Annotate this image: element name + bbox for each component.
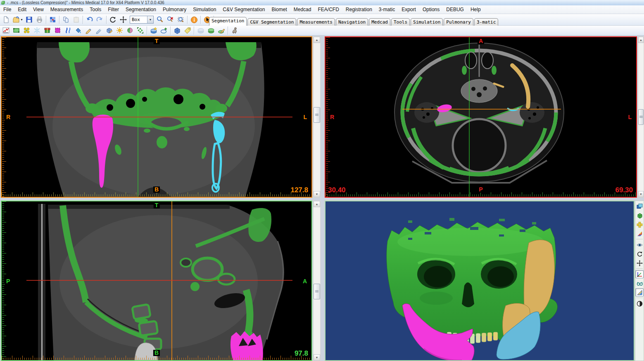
calculate-3d-from-mask-icon[interactable] (206, 26, 216, 35)
menu-tools[interactable]: Tools (86, 6, 105, 13)
tab-navigation[interactable]: Navigation (336, 18, 368, 26)
menu-view[interactable]: View (30, 6, 47, 13)
sagittal-viewport[interactable]: T P A B 97.8 (1, 201, 312, 361)
coronal-scrollbar[interactable]: ▲ ▼ (313, 36, 321, 198)
tab-cv-segmentation[interactable]: C&V Segmentation (247, 18, 296, 26)
axial-scroll-down-icon[interactable]: ▼ (638, 191, 644, 197)
coronal-scroll-thumb[interactable] (314, 107, 320, 123)
tab-pulmonary[interactable]: Pulmonary (444, 18, 473, 26)
3d-render[interactable] (326, 201, 634, 360)
axial-image[interactable] (326, 37, 636, 197)
crop-mask-icon[interactable] (11, 26, 21, 35)
region-growing-icon[interactable] (21, 26, 32, 35)
menu-help[interactable]: Help (467, 6, 484, 13)
3d-viewport[interactable] (325, 201, 634, 361)
coronal-viewport[interactable]: T R L B 127.8 (1, 36, 312, 198)
thresholding-icon[interactable] (1, 26, 11, 35)
axial-scroll-up-icon[interactable]: ▲ (638, 37, 644, 43)
stereo-glasses-icon[interactable] (635, 279, 644, 287)
menu-edit[interactable]: Edit (14, 6, 30, 13)
tab-simulation[interactable]: Simulation (411, 18, 443, 26)
sagittal-scrollbar[interactable]: ▲ ▼ (313, 201, 321, 361)
rotate-view-icon[interactable] (108, 15, 118, 24)
zoom-mode-dropdown-icon[interactable]: ▼ (147, 16, 153, 23)
3d-cube-view-icon[interactable] (635, 211, 644, 220)
window-layout-icon[interactable] (48, 15, 58, 24)
menu-options[interactable]: Options (419, 6, 443, 13)
cavity-fill-icon[interactable] (73, 26, 83, 35)
boolean-operations-icon[interactable] (42, 26, 52, 35)
coronal-scroll-up-icon[interactable]: ▲ (314, 37, 320, 43)
sagittal-image[interactable] (2, 201, 311, 360)
menu-medcad[interactable]: Medcad (290, 6, 315, 13)
menu-simulation[interactable]: Simulation (190, 6, 219, 13)
open-file-dropdown-icon[interactable]: ▼ (20, 18, 24, 21)
tab-segmentation[interactable]: Segmentation (209, 17, 247, 26)
new-file-icon[interactable] (1, 15, 11, 24)
pan-view-icon[interactable] (118, 15, 128, 24)
mask-3d-preview-icon[interactable] (172, 26, 182, 35)
coronal-scroll-track[interactable] (314, 43, 320, 191)
menu-filter[interactable]: Filter (105, 6, 122, 13)
calculate-polylines-icon[interactable] (159, 26, 169, 35)
menu-file[interactable]: File (0, 6, 14, 13)
menu-registration[interactable]: Registration (342, 6, 375, 13)
split-mask-icon[interactable] (63, 26, 73, 35)
redo-icon[interactable] (95, 15, 105, 24)
save-icon[interactable] (24, 15, 34, 24)
viewport-layout-icon[interactable] (635, 202, 644, 210)
menu-cv-segmentation[interactable]: C&V Segmentation (219, 6, 268, 13)
erase-profile-line-icon[interactable] (94, 26, 104, 35)
tab-tools[interactable]: Tools (391, 18, 410, 26)
axial-viewport[interactable]: A R L P 30.40 69.30 (325, 36, 637, 198)
orthogonal-views-icon[interactable] (635, 220, 644, 229)
draw-profile-line-icon[interactable] (83, 26, 94, 35)
rotate-3d-icon[interactable] (635, 250, 644, 258)
menu-export[interactable]: Export (398, 6, 419, 13)
coronal-scroll-down-icon[interactable]: ▼ (314, 191, 320, 197)
calculate-3d-icon[interactable] (148, 26, 159, 35)
menu-pulmonary[interactable]: Pulmonary (159, 6, 190, 13)
zoom-mode-select[interactable]: Box ▼ (130, 16, 154, 24)
visibility-eye-icon[interactable] (635, 241, 644, 249)
zoom-in-icon[interactable] (155, 15, 165, 24)
coronal-image[interactable] (2, 37, 311, 197)
tab-measurements[interactable]: Measurements (297, 18, 335, 26)
zoom-box-icon[interactable] (176, 15, 186, 24)
menu-segmentation[interactable]: Segmentation (122, 6, 159, 13)
sagittal-scroll-down-icon[interactable]: ▼ (314, 354, 320, 361)
multiple-slice-edit-icon[interactable] (104, 26, 114, 35)
annotation-tag-icon[interactable] (182, 26, 192, 35)
contrast-half-icon[interactable] (635, 299, 644, 308)
pan-3d-icon[interactable] (635, 259, 644, 267)
measure-triangle-icon[interactable] (635, 288, 644, 296)
menu-measurements[interactable]: Measurements (47, 6, 86, 13)
sagittal-scroll-up-icon[interactable]: ▲ (314, 201, 320, 207)
menu-biomet[interactable]: Biomet (268, 6, 290, 13)
axial-scroll-track[interactable] (638, 43, 644, 191)
axes-indicator-icon[interactable] (635, 270, 644, 278)
about-info-icon[interactable] (189, 15, 199, 24)
print-icon[interactable] (34, 15, 45, 24)
smart-fill-icon[interactable] (114, 26, 125, 35)
unzoom-icon[interactable] (165, 15, 176, 24)
paste-icon[interactable] (71, 15, 81, 24)
edit-3d-icon[interactable] (216, 26, 226, 35)
dynamic-region-growing-icon[interactable] (32, 26, 42, 35)
copy-icon[interactable] (61, 15, 71, 24)
menu-debug[interactable]: DEBUG (443, 6, 467, 13)
menu-fea-cfd[interactable]: FEA/CFD (314, 6, 342, 13)
sagittal-scroll-thumb[interactable] (314, 284, 320, 299)
edit-masks-icon[interactable] (52, 26, 63, 35)
tab-medcad[interactable]: Medcad (369, 18, 390, 26)
axial-scrollbar[interactable]: ▲ ▼ (638, 36, 644, 198)
anatomy-figure-icon[interactable] (229, 26, 240, 35)
tab-3matic[interactable]: 3-matic (474, 18, 498, 26)
menu-3matic[interactable]: 3-matic (375, 6, 398, 13)
crop-region-icon[interactable] (135, 26, 145, 35)
update-3d-icon[interactable] (195, 26, 206, 35)
orientation-indicator-icon[interactable] (635, 230, 644, 238)
axial-scroll-thumb[interactable] (638, 109, 644, 125)
morphology-operations-icon[interactable] (125, 26, 135, 35)
sagittal-scroll-track[interactable] (314, 207, 320, 354)
